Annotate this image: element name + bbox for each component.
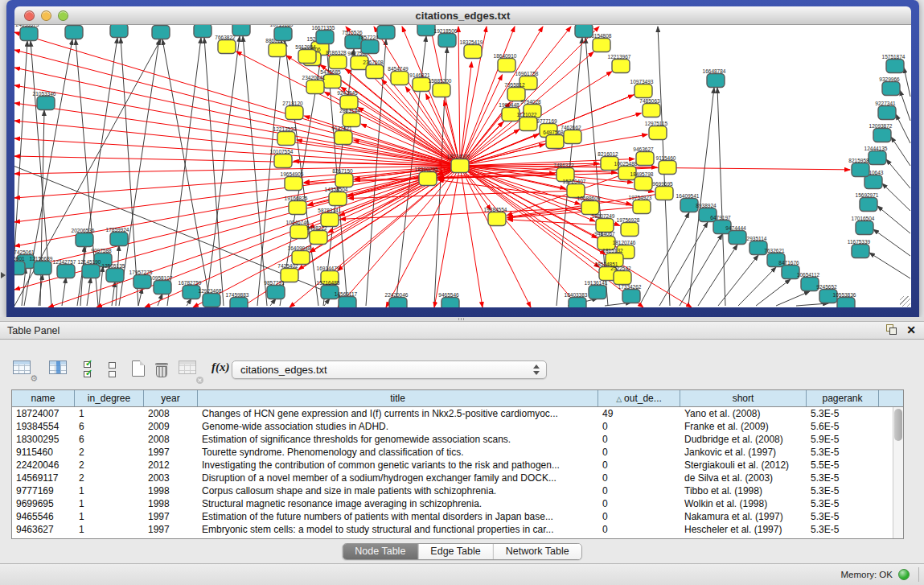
graph-node[interactable]: 24035573 — [16, 25, 39, 41]
graph-node[interactable]: 7462662 — [561, 125, 581, 144]
graph-node[interactable]: 8215958 — [848, 158, 869, 177]
table-cell[interactable]: 2003 — [144, 472, 198, 484]
table-cell[interactable]: Tibbo et al. (1998) — [680, 484, 807, 497]
column-header[interactable]: pagerank — [807, 390, 879, 406]
table-cell[interactable]: Jankovic et al. (1997) — [680, 446, 807, 459]
table-cell[interactable]: 22420046 — [12, 459, 75, 472]
graph-node[interactable]: 17459883 — [226, 292, 249, 307]
graph-node[interactable]: 9227341 — [875, 101, 896, 120]
graph-node[interactable]: 17016504 — [852, 216, 875, 235]
table-cell[interactable]: Genome-wide association studies in ADHD. — [198, 420, 598, 433]
table-cell[interactable]: Disruption of a novel member of a sodium… — [198, 472, 598, 484]
graph-node[interactable]: 8186328 — [326, 50, 347, 69]
graph-node[interactable]: 9242845 — [337, 90, 358, 109]
table-cell[interactable]: 2 — [75, 459, 144, 472]
graph-node[interactable]: 9137421 — [331, 126, 352, 145]
column-header[interactable]: name — [12, 390, 75, 406]
column-header[interactable]: year — [144, 390, 198, 406]
graph-node[interactable]: 9857791 — [264, 280, 285, 299]
table-row[interactable]: 977716911998Corpus callosum shape and si… — [12, 484, 893, 497]
table-row[interactable]: 1938455462009Genome-wide association stu… — [12, 420, 893, 433]
graph-node[interactable]: 15692971 — [856, 192, 879, 212]
table-cell[interactable]: 6 — [75, 433, 144, 446]
table-cell[interactable]: 6 — [75, 420, 144, 433]
table-cell[interactable]: 14569117 — [12, 472, 75, 484]
graph-node[interactable]: 19218506 — [434, 28, 458, 47]
graph-node[interactable]: 2367608 — [363, 60, 384, 79]
graph-node[interactable]: 16648784 — [703, 68, 726, 88]
graph-node[interactable]: 9329966 — [879, 76, 900, 96]
graph-node[interactable]: 7663822 — [215, 35, 236, 54]
table-cell[interactable]: Changes of HCN gene expression and I(f) … — [198, 407, 598, 420]
table-row[interactable]: 946554611997Estimation of the future num… — [12, 510, 893, 523]
graph-node[interactable]: 12483778 — [106, 25, 129, 38]
graph-node[interactable]: 12145190 — [78, 259, 101, 278]
table-settings-icon[interactable]: ⚙ — [13, 360, 34, 380]
table-cell[interactable]: Tourette syndrome. Phenomenology and cla… — [198, 446, 598, 459]
table-cell[interactable]: 2008 — [144, 407, 198, 420]
table-cell[interactable]: 1 — [75, 407, 144, 420]
graph-node[interactable]: 5912954 — [295, 44, 316, 64]
graph-node[interactable]: 1121022 — [517, 112, 537, 131]
graph-node[interactable]: 12505135 — [102, 263, 125, 282]
close-panel-icon[interactable]: ✕ — [906, 324, 916, 336]
table-cell[interactable]: Structural magnetic resonance image aver… — [198, 497, 598, 510]
graph-node[interactable]: 19756928 — [617, 217, 640, 237]
tab-network-table[interactable]: Network Table — [494, 544, 581, 559]
graph-node[interactable]: 9699695 — [652, 181, 673, 200]
table-cell[interactable]: 0 — [598, 523, 680, 536]
table-cell[interactable]: 5.3E-5 — [807, 484, 879, 497]
table-cell[interactable]: 5.5E-5 — [807, 459, 879, 472]
table-cell[interactable]: 1 — [75, 484, 144, 497]
table-cell[interactable]: 5.3E-5 — [807, 407, 879, 420]
table-cell[interactable]: 0 — [598, 510, 680, 523]
close-window-icon[interactable] — [24, 10, 35, 21]
table-cell[interactable]: Dudbridge et al. (2008) — [680, 433, 807, 446]
table-cell[interactable]: 5.3E-5 — [807, 472, 879, 484]
table-cell[interactable]: 2 — [75, 472, 144, 484]
table-cell[interactable]: 49 — [598, 407, 680, 420]
graph-node[interactable]: 16409948 — [288, 245, 311, 265]
minimize-window-icon[interactable] — [41, 10, 51, 21]
table-cell[interactable]: 19384554 — [12, 420, 75, 433]
graph-node[interactable]: 19136141 — [585, 280, 608, 299]
column-visibility-icon[interactable] — [49, 360, 70, 380]
tab-node-table[interactable]: Node Table — [343, 544, 418, 559]
resize-grip[interactable] — [900, 296, 910, 307]
graph-node[interactable]: 22420046 — [385, 292, 409, 307]
graph-node[interactable]: 17334262 — [618, 284, 642, 303]
graph-node[interactable]: 20876821 — [571, 25, 594, 38]
table-cell[interactable]: 2008 — [144, 433, 198, 446]
table-cell[interactable]: 9115460 — [12, 446, 75, 459]
graph-node[interactable]: 19166825 — [285, 196, 308, 215]
column-header[interactable]: in_degree — [75, 390, 144, 406]
table-cell[interactable]: 1997 — [144, 446, 198, 459]
table-cell[interactable]: 5.3E-5 — [807, 510, 879, 523]
table-cell[interactable]: 0 — [598, 459, 680, 472]
window-titlebar[interactable]: citations_edges.txt — [14, 6, 911, 25]
table-cell[interactable]: Corpus callosum shape and size in male p… — [198, 484, 598, 497]
table-cell[interactable]: Estimation of significance thresholds fo… — [198, 433, 598, 446]
table-cell[interactable]: 5.9E-5 — [807, 433, 879, 446]
tab-edge-table[interactable]: Edge Table — [418, 544, 493, 559]
graph-node[interactable]: 7857224 — [358, 35, 379, 54]
table-cell[interactable]: 0 — [598, 472, 680, 484]
table-cell[interactable]: 9777169 — [12, 484, 75, 497]
graph-node[interactable]: 2522542 — [610, 266, 631, 285]
table-cell[interactable]: Nakamura et al. (1997) — [680, 510, 807, 523]
graph-node[interactable]: 19384554 — [484, 207, 507, 226]
table-cell[interactable]: 9463627 — [12, 523, 75, 536]
table-cell[interactable]: 1 — [75, 497, 144, 510]
function-builder-icon[interactable]: f(x) — [211, 360, 230, 380]
graph-node[interactable]: 12213533 — [273, 126, 297, 146]
table-row[interactable]: 1456911722003Disruption of a novel membe… — [12, 472, 893, 484]
graph-node[interactable]: 19654905 — [281, 171, 304, 191]
column-header[interactable]: △out_de... — [598, 390, 680, 406]
table-cell[interactable]: 1998 — [144, 497, 198, 510]
table-cell[interactable]: 1997 — [144, 510, 198, 523]
graph-node[interactable]: 17957275 — [129, 270, 153, 289]
graph-node[interactable]: 9146821 — [409, 72, 430, 92]
vertical-scrollbar[interactable] — [893, 407, 903, 538]
table-selector-dropdown[interactable]: citations_edges.txt — [232, 360, 547, 379]
new-table-icon[interactable] — [132, 360, 145, 380]
